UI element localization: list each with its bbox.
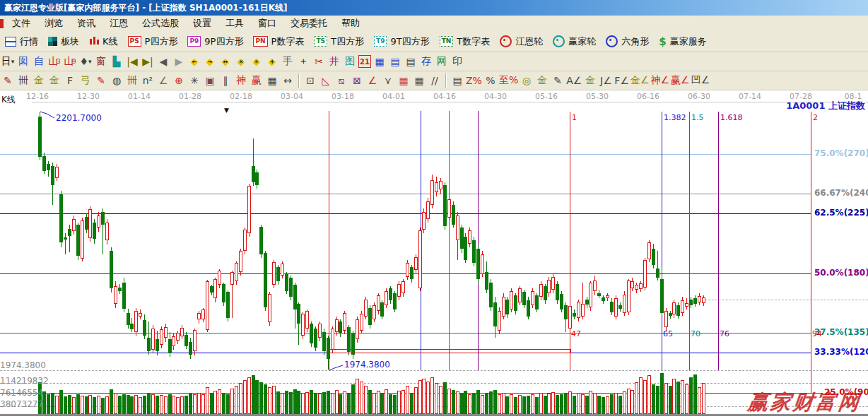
toolbar-button-winner-wheel[interactable]: 赢家轮 [548,33,601,50]
tool-percent-to-icon[interactable]: 至% [499,73,518,88]
candle-body [201,309,205,319]
tool-nav-prev-icon[interactable]: ◀ [156,54,170,69]
tool-gann-knot-icon[interactable]: 井 [327,54,341,69]
tool-zoom-both-icon[interactable]: ◆↔ [218,54,233,69]
tool-grid-red-icon[interactable]: ▦ [397,73,411,88]
tool-crosshair-icon[interactable]: ＋ [296,54,310,69]
toolbar-button-quotes[interactable]: 行情 [0,33,43,50]
tool-zoom-right-icon[interactable]: ◆→ [203,54,217,69]
tool-ao-angle-icon[interactable]: 凹∠ [691,73,710,88]
tool-fan-lines-icon[interactable]: ◺ [319,73,333,88]
tool-hatch-icon[interactable]: // [428,73,442,88]
tool-star-grid-icon[interactable]: ✳ [187,73,201,88]
tool-zoom-fit-icon[interactable]: ◆+ [265,54,279,69]
toolbar-button-gann-wheel[interactable]: 江恩轮 [495,33,548,50]
toolbar-button-kline[interactable]: K线 [84,33,123,50]
tool-check-lines-icon[interactable]: ⋎ [381,73,395,88]
tool-candle-style-icon[interactable]: ♦ ▾ [78,54,93,69]
tool-box-fan-icon[interactable]: ⊠ [350,73,364,88]
tool-gold-under-icon[interactable]: 金 [583,73,597,88]
tool-f-angle-icon[interactable]: F∠ [614,73,629,88]
tool-shen-grid-icon[interactable]: 神 [234,73,248,88]
tool-ying-angle-icon[interactable]: 赢∠ [671,73,690,88]
tool-bars-3-icon[interactable]: 山3 [47,54,61,69]
tool-ying-grid-icon[interactable]: 赢 [250,73,264,88]
tool-nav-last-icon[interactable]: ▶| [141,54,155,69]
menu-item-window[interactable]: 窗口 [251,17,283,30]
tool-calculator-icon[interactable]: ▦ [373,54,387,69]
tool-wave-map-icon[interactable]: 图 [343,54,357,69]
tool-period-day-icon[interactable]: 日 ▾ [1,54,15,69]
tool-frame-tool-icon[interactable]: ⊡ [303,73,317,88]
toolbar-button-t-square[interactable]: TST四方形 [309,33,369,50]
tool-bar-grid-icon[interactable]: 卌 [125,73,139,88]
tool-span-arrows-icon[interactable]: ↔ [281,73,295,88]
tool-gold-square-2-icon[interactable]: 金 [47,73,61,88]
tool-angle-tool-icon[interactable]: ∠ [156,73,170,88]
tool-j-angle-icon[interactable]: J∠ [599,73,613,88]
menu-item-file[interactable]: 文件 [5,17,37,30]
tool-shen-angle-icon[interactable]: 神∠ [651,73,670,88]
menu-item-settings[interactable]: 设置 [186,17,218,30]
menu-item-help[interactable]: 帮助 [334,17,367,30]
toolbar-button-winner-service[interactable]: $赢家服务 [654,33,711,50]
tool-nav-first-icon[interactable]: |◀ [125,54,139,69]
tool-zoom-left-icon[interactable]: ◆← [187,54,201,69]
tool-gold-square-1-icon[interactable]: 金 [32,73,46,88]
tool-drag-hand-icon[interactable]: 手 [281,54,295,69]
tool-ruler-123-icon[interactable]: ▦ [265,73,279,88]
toolbar-button-p-table[interactable]: PNP数字表 [248,33,309,50]
tool-pattern-overlay-icon[interactable]: 囡 [16,54,30,69]
tool-gold-lines-icon[interactable]: 金 [535,73,549,88]
tool-circle-grid-icon[interactable]: ◍ [110,73,124,88]
tool-bars-9-icon[interactable]: 山9 [63,54,77,69]
tool-gold-angle-icon[interactable]: 金∠ [631,73,650,88]
tool-a-angle-icon[interactable]: A∠ [566,73,582,88]
tool-print-icon[interactable]: 印 [450,54,464,69]
menu-item-formula-picker[interactable]: 公式选股 [135,17,186,30]
menu-item-trade[interactable]: 交易委托 [283,17,334,30]
tool-line-grid-icon[interactable]: 卌 [16,73,30,88]
title-bar[interactable]: 赢家江恩专业版[赢家内部服务平台] - [上证指数 SH1A0001-161日K… [0,0,868,16]
tool-n-square-icon[interactable]: n² [141,73,155,88]
tool-angle-lines-icon[interactable]: ∠ [365,73,380,88]
tool-notepad-icon[interactable]: ▤ [388,54,402,69]
toolbar-button-9p-square[interactable]: P99P四方形 [182,33,248,50]
menu-item-news[interactable]: 资讯 [70,17,102,30]
menu-item-gann[interactable]: 江恩 [102,17,135,30]
tool-save-icon[interactable]: 存 [419,54,433,69]
toolbar-button-9t-square[interactable]: T99T四方形 [369,33,435,50]
toolbar-button-hexagon[interactable]: 六角形 [601,33,654,50]
tool-nav-next-icon[interactable]: ▶ [172,54,186,69]
tool-gold-circle-icon[interactable]: ◎ [520,73,534,88]
tool-web-search-icon[interactable]: 网 [435,54,449,69]
toolbar-button-t-table[interactable]: TNT数字表 [435,33,495,50]
tool-pen2-icon[interactable]: ✎ [551,73,565,88]
candle-body [485,272,488,290]
tool-circle-cross-icon[interactable]: ⊕ [172,73,186,88]
tool-percent-icon[interactable]: % [483,73,498,88]
tool-fan-box-icon[interactable]: ⧅ [334,73,348,88]
tool-info-panel-icon[interactable]: 自 [32,54,46,69]
tool-kline-theme-icon[interactable]: 窗 [94,54,108,69]
tool-pencil-icon[interactable]: ✎ [1,73,15,88]
tool-calendar-21-icon[interactable]: 21 [358,55,371,68]
tool-percent-z-icon[interactable]: Z% [466,73,482,88]
tool-fib-grid-icon[interactable]: F [63,73,77,88]
tool-tick-lines-icon[interactable]: ∥ [218,73,233,88]
tool-box-grid-icon[interactable]: ▣ [203,73,217,88]
tool-zoom-in-icon[interactable]: ◆✳ [250,54,264,69]
toolbar-button-p-square[interactable]: PSP四方形 [123,33,183,50]
tool-measure-scissors-icon[interactable]: ✂ [312,54,326,69]
menu-item-browse[interactable]: 浏览 [37,17,70,30]
toolbar-button-sectors[interactable]: 板块 [43,33,84,50]
tool-price-list-icon[interactable]: ▤ [450,73,464,88]
tool-grid-dark-icon[interactable]: ▦ [412,73,426,88]
tool-pencil-ruler-icon[interactable]: ✎ [94,73,108,88]
volume-bar [456,391,459,414]
tool-spiral-icon[interactable]: 弓 [78,73,93,88]
tool-zoom-out-icon[interactable]: ◆✕ [234,54,248,69]
tool-volume-style-icon[interactable]: ▙ [110,54,124,69]
menu-item-tools[interactable]: 工具 [218,17,251,30]
tool-notepad-2-icon[interactable]: ▤ [404,54,418,69]
